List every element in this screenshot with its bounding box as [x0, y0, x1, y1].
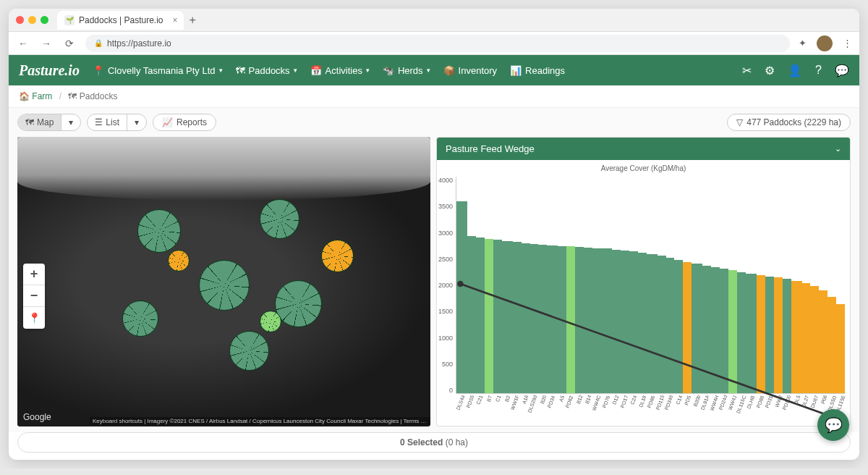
- map-view-dropdown[interactable]: ▾: [61, 114, 80, 130]
- back-icon[interactable]: ←: [16, 38, 30, 49]
- user-icon[interactable]: 👤: [788, 64, 802, 77]
- url-field[interactable]: 🔒 https://pasture.io: [85, 35, 790, 52]
- browser-tab-bar: 🌱 Paddocks | Pasture.io × +: [9, 9, 859, 32]
- chart-header[interactable]: Pasture Feed Wedge ⌄: [437, 138, 850, 160]
- tab-title: Paddocks | Pasture.io: [79, 15, 163, 25]
- lock-icon: 🔒: [94, 39, 103, 47]
- toolbar: 🗺 Map ▾ ☰ List ▾ 📈 Reports: [9, 108, 859, 137]
- home-icon[interactable]: 🏠: [19, 91, 30, 101]
- breadcrumb-current: Paddocks: [80, 91, 118, 101]
- nav-readings[interactable]: 📊 Readings: [510, 65, 565, 76]
- filter-icon: ▽: [736, 117, 743, 127]
- pin-icon: 📍: [93, 65, 104, 76]
- chevron-down-icon: ▾: [294, 67, 297, 74]
- box-icon: 📦: [443, 65, 455, 76]
- gauge-icon: 📊: [510, 65, 522, 76]
- status-bar: 0 Selected (0 ha): [17, 432, 851, 453]
- breadcrumb-home[interactable]: Farm: [32, 91, 52, 101]
- chevron-down-icon: ▾: [69, 117, 73, 127]
- help-icon[interactable]: ?: [815, 64, 822, 77]
- app-nav-bar: Pasture.io 📍 Clovelly Tasmania Pty Ltd ▾…: [9, 55, 859, 85]
- nav-activities[interactable]: 📅 Activities ▾: [310, 65, 370, 76]
- chat-fab[interactable]: 💬: [817, 409, 849, 441]
- close-window-icon[interactable]: [16, 16, 24, 24]
- farm-selector[interactable]: 📍 Clovelly Tasmania Pty Ltd ▾: [93, 65, 223, 76]
- chart-icon: 📈: [162, 117, 173, 127]
- list-icon: ☰: [95, 117, 103, 127]
- calendar-icon: 📅: [310, 65, 322, 76]
- chart-title: Average Cover (KgDM/ha): [437, 160, 850, 177]
- cow-icon: 🐄: [383, 65, 394, 76]
- chevron-down-icon: ▾: [366, 67, 370, 74]
- maximize-window-icon[interactable]: [41, 16, 48, 24]
- chevron-down-icon: ▾: [219, 67, 223, 74]
- nav-inventory[interactable]: 📦 Inventory: [443, 65, 497, 76]
- settings-icon[interactable]: ⚙: [765, 64, 775, 77]
- paddock-overlay[interactable]: [92, 189, 398, 392]
- map-icon: 🗺: [25, 117, 34, 127]
- y-axis: 40003500300025002000150010005000: [438, 177, 456, 423]
- chat-icon[interactable]: 💬: [835, 64, 849, 77]
- url-text: https://pasture.io: [107, 38, 171, 49]
- chart-bars[interactable]: [456, 177, 846, 394]
- list-view-dropdown[interactable]: ▾: [127, 114, 146, 130]
- locate-button[interactable]: 📍: [23, 307, 45, 329]
- chevron-down-icon: ▾: [135, 117, 139, 127]
- favicon-icon: 🌱: [64, 15, 75, 25]
- extension-icon[interactable]: ✦: [799, 38, 807, 49]
- minimize-window-icon[interactable]: [28, 16, 36, 24]
- list-view-button[interactable]: ☰ List: [88, 114, 127, 130]
- google-attribution: Google: [23, 412, 51, 422]
- reload-icon[interactable]: ⟳: [62, 38, 77, 49]
- map-view-button[interactable]: 🗺 Map: [18, 114, 61, 130]
- farm-name: Clovelly Tasmania Pty Ltd: [108, 65, 216, 76]
- chevron-down-icon: ⌄: [835, 144, 841, 154]
- menu-icon[interactable]: ⋮: [843, 38, 852, 49]
- nav-paddocks[interactable]: 🗺 Paddocks ▾: [236, 65, 297, 76]
- browser-tab[interactable]: 🌱 Paddocks | Pasture.io ×: [57, 11, 184, 30]
- chart-header-title: Pasture Feed Wedge: [446, 143, 535, 154]
- zoom-out-button[interactable]: −: [23, 285, 45, 307]
- new-tab-button[interactable]: +: [190, 14, 196, 27]
- map-controls: + − 📍: [23, 264, 45, 329]
- brand-logo[interactable]: Pasture.io: [19, 62, 80, 79]
- map-icon: 🗺: [68, 91, 77, 101]
- map-icon: 🗺: [236, 65, 245, 76]
- chart-panel: Pasture Feed Wedge ⌄ Average Cover (KgDM…: [436, 137, 851, 426]
- x-axis: DLS4aPDS5C21B7C1B2WW1FA16DLS28dB20PD34A5…: [456, 394, 846, 423]
- paddock-summary[interactable]: ▽ 477 Paddocks (2229 ha): [727, 114, 851, 131]
- imagery-attribution: Keyboard shortcuts | Imagery ©2021 CNES …: [90, 417, 430, 425]
- window-controls: [16, 16, 48, 24]
- forward-icon[interactable]: →: [39, 38, 54, 49]
- map-panel[interactable]: + − 📍 Google Keyboard shortcuts | Imager…: [17, 137, 430, 426]
- close-tab-icon[interactable]: ×: [173, 15, 178, 25]
- address-bar: ← → ⟳ 🔒 https://pasture.io ✦ ⋮: [9, 32, 859, 55]
- tools-icon[interactable]: ✂: [742, 64, 752, 77]
- profile-avatar[interactable]: [817, 35, 833, 51]
- nav-herds[interactable]: 🐄 Herds ▾: [383, 65, 430, 76]
- chevron-down-icon: ▾: [427, 67, 430, 74]
- zoom-in-button[interactable]: +: [23, 264, 45, 285]
- reports-button[interactable]: 📈 Reports: [153, 114, 216, 131]
- breadcrumb: 🏠 Farm / 🗺 Paddocks: [9, 85, 859, 108]
